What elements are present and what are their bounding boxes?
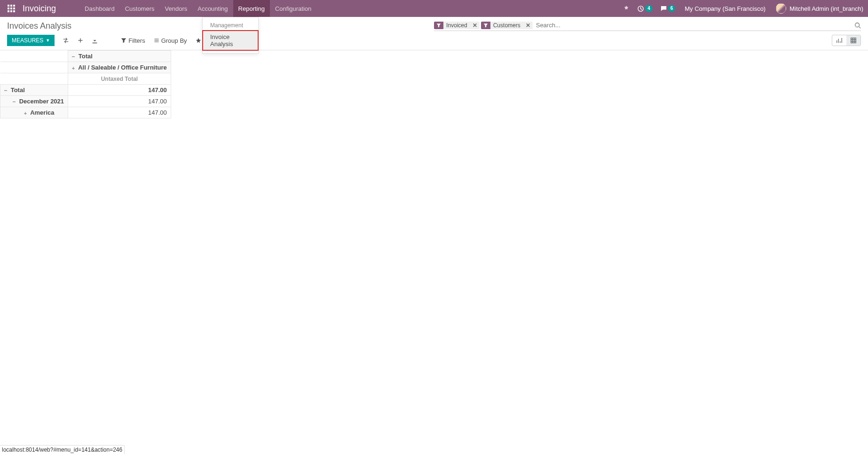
reporting-dropdown: Management Invoice Analysis — [202, 17, 259, 54]
minus-icon: — — [13, 99, 16, 104]
facet-label: Customers — [490, 22, 523, 29]
download-button[interactable] — [87, 35, 102, 46]
app-brand[interactable]: Invoicing — [23, 4, 56, 14]
svg-rect-3 — [8, 8, 9, 9]
company-selector[interactable]: My Company (San Francisco) — [679, 5, 771, 12]
row-header-region[interactable]: + America — [0, 107, 68, 118]
nav-dashboard[interactable]: Dashboard — [79, 0, 120, 17]
blank — [0, 73, 68, 85]
blank-corner — [0, 51, 68, 62]
caret-down-icon: ▼ — [46, 38, 50, 43]
table-row: — December 2021 147.00 — [0, 96, 171, 107]
dropdown-item-invoice-analysis[interactable]: Invoice Analysis — [203, 31, 258, 50]
col-header-group[interactable]: + All / Saleable / Office Furniture — [68, 62, 171, 73]
nav-vendors[interactable]: Vendors — [160, 0, 193, 17]
measure-header: Untaxed Total — [68, 73, 171, 85]
minus-icon: — — [4, 88, 7, 93]
cell-value: 147.00 — [68, 96, 171, 107]
chat-icon[interactable]: 6 — [656, 0, 679, 17]
minus-icon: — — [72, 54, 75, 59]
dropdown-section-label: Management — [203, 20, 258, 31]
view-switcher — [832, 35, 861, 46]
nav-menu: Dashboard Customers Vendors Accounting R… — [79, 0, 316, 17]
search-input[interactable] — [534, 21, 852, 30]
navbar: Invoicing Dashboard Customers Vendors Ac… — [0, 0, 868, 17]
activity-badge: 4 — [645, 5, 653, 12]
nav-configuration[interactable]: Configuration — [270, 0, 316, 17]
nav-right: 4 6 My Company (San Francisco) Mitchell … — [619, 0, 868, 17]
flip-axis-button[interactable] — [58, 35, 73, 46]
svg-rect-4 — [10, 8, 12, 9]
svg-rect-2 — [13, 5, 15, 7]
facet-customers: Customers ✕ — [481, 22, 533, 29]
svg-rect-0 — [8, 5, 9, 7]
svg-point-10 — [855, 23, 860, 27]
apps-icon[interactable] — [7, 4, 16, 13]
label: Group By — [161, 37, 187, 44]
table-row: + America 147.00 — [0, 107, 171, 118]
label: Filters — [128, 37, 145, 44]
blank — [0, 62, 68, 73]
control-panel: Invoices Analysis Invoiced ✕ Customers ✕ — [0, 17, 868, 50]
facet-remove[interactable]: ✕ — [523, 22, 533, 29]
facet-label: Invoiced — [443, 22, 470, 29]
pivot-table: — Total + All / Saleable / Office Furnit… — [0, 50, 868, 118]
table-row: — Total 147.00 — [0, 85, 171, 96]
user-name: Mitchell Admin (int_branch) — [789, 5, 863, 12]
groupby-button[interactable]: Group By — [154, 37, 187, 44]
svg-rect-6 — [8, 10, 9, 12]
chat-badge: 6 — [668, 5, 676, 12]
cell-value: 147.00 — [68, 85, 171, 96]
svg-rect-11 — [851, 38, 856, 43]
plus-icon: + — [72, 65, 75, 70]
col-total-label: Total — [79, 53, 93, 60]
row-label: America — [30, 109, 54, 116]
search-icon[interactable] — [854, 22, 861, 29]
row-label: Total — [11, 86, 25, 94]
avatar — [776, 3, 786, 14]
graph-view-button[interactable] — [832, 35, 846, 46]
col-group-label: All / Saleable / Office Furniture — [78, 64, 167, 71]
activity-icon[interactable]: 4 — [633, 0, 656, 17]
pivot-view-button[interactable] — [846, 35, 860, 46]
user-menu[interactable]: Mitchell Admin (int_branch) — [771, 3, 868, 14]
facet-remove[interactable]: ✕ — [470, 22, 480, 29]
measures-button[interactable]: MEASURES ▼ — [7, 35, 55, 46]
nav-customers[interactable]: Customers — [120, 0, 160, 17]
svg-rect-1 — [10, 5, 12, 7]
filters-button[interactable]: Filters — [121, 37, 145, 44]
nav-accounting[interactable]: Accounting — [192, 0, 233, 17]
expand-all-button[interactable] — [73, 35, 87, 46]
svg-rect-7 — [10, 10, 12, 12]
search-bar[interactable]: Invoiced ✕ Customers ✕ — [434, 21, 861, 31]
row-label: December 2021 — [19, 98, 64, 105]
row-header-month[interactable]: — December 2021 — [0, 96, 68, 107]
filter-icon — [434, 22, 443, 29]
svg-rect-5 — [13, 8, 15, 9]
gift-icon[interactable] — [619, 0, 633, 17]
plus-icon: + — [24, 110, 27, 116]
nav-reporting[interactable]: Reporting — [233, 0, 270, 17]
col-header-total[interactable]: — Total — [68, 51, 171, 62]
cell-value: 147.00 — [68, 107, 171, 118]
facet-invoiced: Invoiced ✕ — [434, 22, 480, 29]
svg-rect-8 — [13, 10, 15, 12]
measures-label: MEASURES — [12, 37, 43, 44]
filter-icon — [481, 22, 490, 29]
row-header-total[interactable]: — Total — [0, 85, 68, 96]
